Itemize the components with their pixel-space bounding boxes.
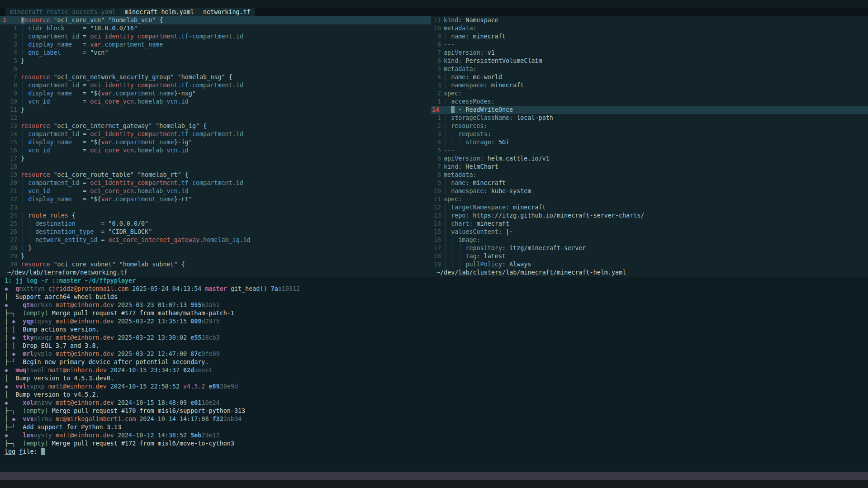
line-number: 14 bbox=[431, 220, 441, 228]
jj-log-output: ◆ qmxttryn cjriddz@protonmail.com 2025-0… bbox=[5, 285, 868, 448]
code-line[interactable]: 6kind: PersistentVolumeClaim bbox=[431, 57, 868, 65]
code-line[interactable]: 5--- bbox=[431, 147, 868, 155]
code-line[interactable]: 17} bbox=[0, 155, 431, 163]
code-line[interactable]: 30resource "oci_core_subnet" "homelab_su… bbox=[0, 261, 431, 269]
code-line[interactable]: 20│ compartment_id = oci_identity_compar… bbox=[0, 179, 431, 187]
code-line[interactable]: 18 bbox=[0, 163, 431, 171]
log-row: ◆ mwqtswol matt@einhorn.dev 2024-10-15 2… bbox=[5, 366, 868, 374]
code-line[interactable]: 1│ cidr_block = "10.0.0.0/16" bbox=[0, 24, 431, 33]
code-line[interactable]: 11kind: Namespace bbox=[431, 16, 868, 24]
code-line[interactable]: 26│ │ destination_type = "CIDR_BLOCK" bbox=[0, 228, 431, 236]
line-number: 10 bbox=[431, 187, 441, 195]
code-line[interactable]: 17│ │ │ repository: itzg/minecraft-serve… bbox=[431, 244, 868, 252]
code-line[interactable]: 10│ vcn_id = oci_core_vcn.homelab_vcn.id bbox=[0, 98, 431, 106]
code-line[interactable]: 2spec: bbox=[431, 90, 868, 98]
code-line[interactable]: 29} bbox=[0, 252, 431, 261]
code-line[interactable]: 2│ compartment_id = oci_identity_compart… bbox=[0, 33, 431, 41]
code-line[interactable]: 24│ route_rules { bbox=[0, 212, 431, 220]
code-line[interactable]: 6apiVersion: helm.cattle.io/v1 bbox=[431, 155, 868, 163]
line-number: 19 bbox=[0, 171, 17, 179]
line-number: 8 bbox=[0, 81, 17, 90]
code-line[interactable]: 11spec: bbox=[431, 195, 868, 204]
code-area-terraform[interactable]: 1resource "oci_core_vcn" "homelab_vcn" {… bbox=[0, 16, 431, 269]
code-line[interactable]: 14│ compartment_id = oci_identity_compar… bbox=[0, 130, 431, 138]
code-line[interactable]: 1│ accessModes: bbox=[431, 98, 868, 106]
code-line[interactable]: 3│ │ requests: bbox=[431, 130, 868, 138]
code-line[interactable]: 13│ repo: https://itzg.github.io/minecra… bbox=[431, 212, 868, 220]
editor-pane-networking-tf[interactable]: 1resource "oci_core_vcn" "homelab_vcn" {… bbox=[0, 16, 431, 277]
helix-bufferline: minecraft-restic-secrets.yamlminecraft-h… bbox=[0, 8, 868, 16]
statusline-networking-tf: ~/dev/lab/terraform/networking.tf bbox=[0, 269, 431, 277]
line-number: 12 bbox=[0, 114, 17, 122]
line-number: 15 bbox=[431, 228, 441, 236]
code-line[interactable]: 16│ │ image: bbox=[431, 236, 868, 244]
log-row: ├─╯ Begin new primary device after poten… bbox=[5, 358, 868, 366]
code-line[interactable]: 7kind: HelmChart bbox=[431, 163, 868, 171]
line-number: 19 bbox=[431, 261, 441, 269]
terminal-pane-title: 1: jj log -r ::master ~/d/ffpyplayer bbox=[5, 277, 868, 285]
code-line[interactable]: 18│ │ │ tag: latest bbox=[431, 252, 868, 261]
editor-pane-minecraft-helm-yaml[interactable]: 11kind: Namespace10metadata:9│ name: min… bbox=[431, 16, 868, 277]
code-line[interactable]: 12 bbox=[0, 114, 431, 122]
code-line[interactable]: 7resource "oci_core_network_security_gro… bbox=[0, 73, 431, 81]
line-number: 14 bbox=[0, 130, 17, 138]
code-line[interactable]: 13resource "oci_core_internet_gateway" "… bbox=[0, 122, 431, 130]
line-number: 12 bbox=[431, 204, 441, 212]
code-line[interactable]: 28│ } bbox=[0, 244, 431, 252]
line-number: 14 bbox=[431, 106, 441, 114]
code-line[interactable]: 3│ namespace: minecraft bbox=[431, 81, 868, 90]
line-number: 24 bbox=[0, 212, 17, 220]
code-line[interactable]: 9│ name: minecraft bbox=[431, 179, 868, 187]
terminal-pane[interactable]: 1: jj log -r ::master ~/d/ffpyplayer ◆ q… bbox=[0, 277, 868, 472]
code-line[interactable]: 10│ namespace: kube-system bbox=[431, 187, 868, 195]
code-line[interactable]: 14│ - ReadWriteOnce bbox=[431, 106, 868, 114]
code-line[interactable]: 4│ dns_label = "vcn" bbox=[0, 49, 431, 57]
code-line[interactable]: 6 bbox=[0, 65, 431, 73]
log-row: │ ◆ tkynxvqz matt@einhorn.dev 2025-03-22… bbox=[5, 334, 868, 342]
prompt-line[interactable]: log file: bbox=[5, 448, 868, 456]
code-line[interactable]: 9│ name: minecraft bbox=[431, 33, 868, 41]
code-line[interactable]: 8│ compartment_id = oci_identity_compart… bbox=[0, 81, 431, 90]
buffer-tab-2[interactable]: minecraft-helm.yaml bbox=[120, 8, 199, 16]
buffer-tab-1[interactable]: minecraft-restic-secrets.yaml bbox=[5, 8, 120, 16]
code-line[interactable]: 14│ chart: minecraft bbox=[431, 220, 868, 228]
code-line[interactable]: 7apiVersion: v1 bbox=[431, 49, 868, 57]
code-line[interactable]: 9│ display_name = "${var.compartment_nam… bbox=[0, 90, 431, 98]
code-line[interactable]: 15│ display_name = "${var.compartment_na… bbox=[0, 138, 431, 147]
code-line[interactable]: 23 bbox=[0, 204, 431, 212]
code-line[interactable]: 21│ vcn_id = oci_core_vcn.homelab_vcn.id bbox=[0, 187, 431, 195]
code-line[interactable]: 2│ resources: bbox=[431, 122, 868, 130]
line-number: 18 bbox=[0, 163, 17, 171]
code-line[interactable]: 12│ targetNamespace: minecraft bbox=[431, 204, 868, 212]
code-line[interactable]: 11} bbox=[0, 106, 431, 114]
log-row: ├─╯ Add support for Python 3.13 bbox=[5, 423, 868, 431]
code-line[interactable]: 5} bbox=[0, 57, 431, 65]
code-line[interactable]: 1│ storageClassName: local-path bbox=[431, 114, 868, 122]
log-row: ◆ xolmnzvw matt@einhorn.dev 2024-10-15 1… bbox=[5, 399, 868, 407]
zellij-session: minecraft-restic-secrets.yamlminecraft-h… bbox=[0, 0, 868, 488]
code-line[interactable]: 15│ valuesContent: |- bbox=[431, 228, 868, 236]
log-row: ◆ qmxttryn cjriddz@protonmail.com 2025-0… bbox=[5, 285, 868, 293]
code-line[interactable]: 27│ │ network_entity_id = oci_core_inter… bbox=[0, 236, 431, 244]
code-area-yaml[interactable]: 11kind: Namespace10metadata:9│ name: min… bbox=[431, 16, 868, 269]
code-line[interactable]: 1resource "oci_core_vcn" "homelab_vcn" { bbox=[0, 16, 431, 24]
code-line[interactable]: 8metadata: bbox=[431, 171, 868, 179]
line-number: 9 bbox=[0, 90, 17, 98]
code-line[interactable]: 8--- bbox=[431, 41, 868, 49]
code-line[interactable]: 19│ │ │ pullPolicy: Always bbox=[431, 261, 868, 269]
code-line[interactable]: 22│ display_name = "${var.compartment_na… bbox=[0, 195, 431, 204]
code-line[interactable]: 5metadata: bbox=[431, 65, 868, 73]
line-number: 6 bbox=[431, 57, 441, 65]
code-line[interactable]: 16│ vcn_id = oci_core_vcn.homelab_vcn.id bbox=[0, 147, 431, 155]
buffer-tab-3[interactable]: networking.tf bbox=[199, 8, 255, 16]
code-line[interactable]: 19resource "oci_core_route_table" "homel… bbox=[0, 171, 431, 179]
code-line[interactable]: 3│ display_name = var.compartment_name bbox=[0, 41, 431, 49]
code-line[interactable]: 4│ name: mc-world bbox=[431, 73, 868, 81]
code-line[interactable]: 25│ │ destination = "0.0.0.0/0" bbox=[0, 220, 431, 228]
code-line[interactable]: 10metadata: bbox=[431, 24, 868, 33]
code-line[interactable]: 4│ │ │ storage: 5Gi bbox=[431, 138, 868, 147]
log-row: │ ◆ vvxxlrnu me@mirkogalimberti.com 2024… bbox=[5, 415, 868, 423]
line-number: 10 bbox=[431, 24, 441, 33]
line-number: 16 bbox=[0, 147, 17, 155]
line-number: 7 bbox=[431, 49, 441, 57]
